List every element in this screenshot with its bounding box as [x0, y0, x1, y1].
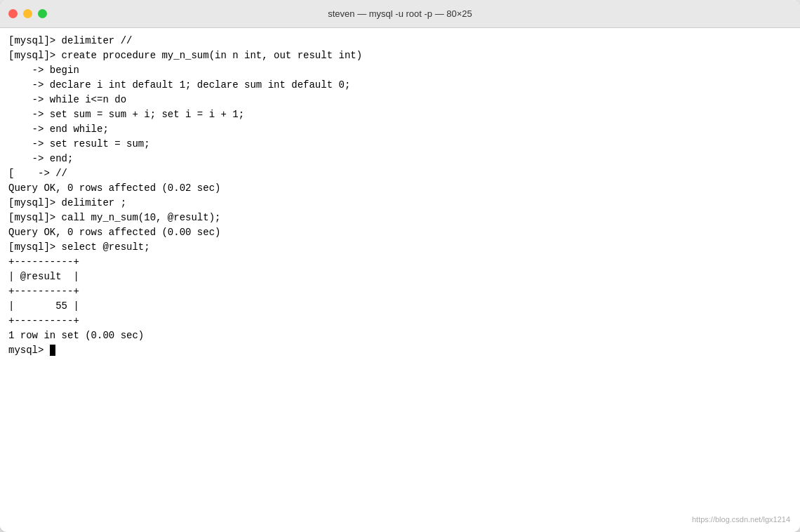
- terminal-line: [mysql]> call my_n_sum(10, @result);: [8, 211, 792, 225]
- terminal-content: [mysql]> delimiter //[mysql]> create pro…: [8, 34, 792, 358]
- terminal-line: Query OK, 0 rows affected (0.00 sec): [8, 225, 792, 240]
- terminal-line: -> end while;: [8, 122, 792, 137]
- terminal-line: [mysql]> create procedure my_n_sum(in n …: [8, 48, 792, 63]
- terminal-line: [mysql]> delimiter //: [8, 34, 792, 48]
- watermark: https://blog.csdn.net/lgx1214: [692, 514, 790, 526]
- terminal-line: -> while i<=n do: [8, 93, 792, 107]
- terminal-line: Query OK, 0 rows affected (0.02 sec): [8, 181, 792, 196]
- terminal-line: [ -> //: [8, 166, 792, 181]
- terminal-line: | @result |: [8, 270, 792, 284]
- maximize-button[interactable]: [38, 9, 47, 18]
- terminal-line: -> set result = sum;: [8, 137, 792, 152]
- terminal-line: -> begin: [8, 63, 792, 78]
- terminal-body[interactable]: [mysql]> delimiter //[mysql]> create pro…: [0, 28, 800, 532]
- cursor: [50, 345, 55, 356]
- window-title: steven — mysql -u root -p — 80×25: [328, 8, 472, 19]
- terminal-line: +----------+: [8, 314, 792, 328]
- terminal-line: mysql>: [8, 343, 792, 358]
- terminal-line: -> declare i int default 1; declare sum …: [8, 78, 792, 93]
- titlebar: steven — mysql -u root -p — 80×25: [0, 0, 800, 28]
- terminal-line: +----------+: [8, 255, 792, 270]
- terminal-line: [mysql]> select @result;: [8, 240, 792, 255]
- terminal-line: -> set sum = sum + i; set i = i + 1;: [8, 107, 792, 122]
- terminal-window: steven — mysql -u root -p — 80×25 [mysql…: [0, 0, 800, 532]
- terminal-line: -> end;: [8, 152, 792, 166]
- terminal-line: [mysql]> delimiter ;: [8, 196, 792, 211]
- minimize-button[interactable]: [23, 9, 32, 18]
- terminal-line: +----------+: [8, 284, 792, 299]
- terminal-line: | 55 |: [8, 299, 792, 314]
- terminal-line: 1 row in set (0.00 sec): [8, 328, 792, 343]
- close-button[interactable]: [8, 9, 18, 18]
- traffic-lights: [8, 9, 47, 18]
